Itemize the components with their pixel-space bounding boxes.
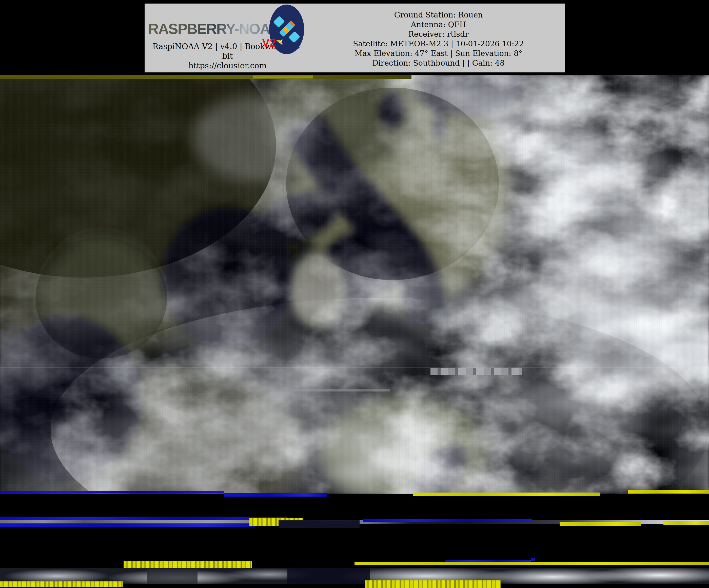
glitch-block-row: [430, 368, 522, 375]
glitch-stripe-blue: [363, 518, 532, 522]
pass-info-block: Ground Station: Rouen Antenna: QFH Recei…: [312, 4, 565, 73]
glitch-stripe-yellow: [0, 581, 123, 587]
glitch-dark-segment: [287, 568, 370, 584]
glitch-seam: [248, 389, 390, 392]
glitch-stripe-blue: [531, 558, 535, 561]
glitch-stripe-yellow: [628, 490, 709, 493]
elevation-line: Max Elevation: 47° East | Sun Elevation:…: [312, 49, 565, 58]
glitch-stripe-yellow: [354, 562, 709, 565]
glitch-stripe-olive: [0, 75, 412, 79]
header-left-column: RASPBERRY-NOAA V2 RaspiNOAA: [145, 4, 312, 73]
receiver-line: Receiver: rtlsdr: [312, 29, 565, 39]
raspberry-noaa-logo-text: RASPBERRY-NOAA: [148, 21, 280, 36]
glitch-stripe-blue: [0, 516, 287, 520]
ground-station-line: Ground Station: Rouen: [312, 10, 565, 20]
antenna-line: Antenna: QFH: [312, 20, 565, 29]
glitch-stripe-olive: [253, 76, 313, 79]
glitch-stripe-yellow: [413, 492, 600, 496]
glitch-stripe-blue: [224, 493, 327, 497]
logo-version-badge: V2: [262, 36, 276, 49]
glitch-seam: [0, 389, 709, 389]
glitch-dark-segment: [147, 569, 198, 584]
direction-gain-line: Direction: Southbound | | Gain: 48: [312, 58, 565, 68]
glitch-stripe-blue: [0, 491, 224, 493]
satellite-capture-page: RASPBERRY-NOAA V2 RaspiNOAA: [0, 0, 709, 588]
header-banner: RASPBERRY-NOAA V2 RaspiNOAA: [145, 4, 565, 73]
website-url: https://clousier.com: [149, 61, 307, 71]
scanline-striping: [0, 75, 709, 494]
glitch-stripe-yellow: [663, 521, 709, 525]
satellite-image: [0, 75, 709, 494]
glitch-stripe-yellow: [365, 580, 501, 588]
glitch-stripe-blue: [0, 524, 256, 527]
glitch-stripe-yellow: [560, 522, 641, 526]
glitch-stripe-yellow: [124, 561, 252, 568]
glitch-dark-segment: [279, 520, 360, 528]
satellite-pass-line: Satellite: METEOR-M2 3 | 10-01-2026 10:2…: [312, 39, 565, 49]
glitch-seam: [0, 368, 709, 368]
